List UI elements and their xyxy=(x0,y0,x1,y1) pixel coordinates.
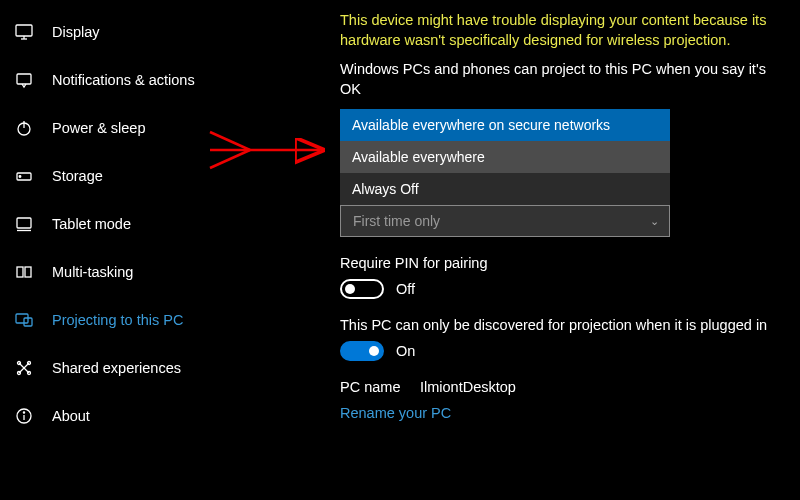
storage-icon xyxy=(14,166,34,186)
sidebar-item-display[interactable]: Display xyxy=(0,8,280,56)
sidebar-item-power[interactable]: Power & sleep xyxy=(0,104,280,152)
sidebar-item-multitasking[interactable]: Multi-tasking xyxy=(0,248,280,296)
rename-pc-link[interactable]: Rename your PC xyxy=(340,405,782,421)
chevron-down-icon: ⌄ xyxy=(650,215,659,228)
svg-rect-8 xyxy=(17,218,31,228)
dropdown-selected-value: First time only xyxy=(353,213,440,229)
notifications-icon xyxy=(14,70,34,90)
sidebar-item-tablet[interactable]: Tablet mode xyxy=(0,200,280,248)
dropdown-option-always-off[interactable]: Always Off xyxy=(340,173,670,205)
dropdown-option-label: Available everywhere on secure networks xyxy=(352,117,610,133)
display-icon xyxy=(14,22,34,42)
ask-to-project-dropdown[interactable]: First time only ⌄ xyxy=(340,205,670,237)
multitasking-icon xyxy=(14,262,34,282)
require-pin-state: Off xyxy=(396,281,415,297)
power-icon xyxy=(14,118,34,138)
pc-name-label: PC name xyxy=(340,379,420,395)
svg-rect-3 xyxy=(17,74,31,84)
sidebar-item-shared[interactable]: Shared experiences xyxy=(0,344,280,392)
dropdown-option-label: Available everywhere xyxy=(352,149,485,165)
sidebar-item-label: Multi-tasking xyxy=(52,264,133,280)
sidebar-item-label: About xyxy=(52,408,90,424)
discover-toggle[interactable] xyxy=(340,341,384,361)
sidebar-item-label: Projecting to this PC xyxy=(52,312,183,328)
dropdown-option-everywhere[interactable]: Available everywhere xyxy=(340,141,670,173)
sidebar-item-label: Power & sleep xyxy=(52,120,146,136)
pc-name-value: IlmiontDesktop xyxy=(420,379,516,395)
projection-permission-dropdown-expanded: Available everywhere on secure networks … xyxy=(340,109,670,205)
svg-point-22 xyxy=(23,412,24,413)
settings-sidebar: Display Notifications & actions Power & … xyxy=(0,0,280,500)
sidebar-item-about[interactable]: About xyxy=(0,392,280,440)
sidebar-item-notifications[interactable]: Notifications & actions xyxy=(0,56,280,104)
require-pin-label: Require PIN for pairing xyxy=(340,255,782,271)
sidebar-item-label: Storage xyxy=(52,168,103,184)
tablet-icon xyxy=(14,214,34,234)
sidebar-item-label: Notifications & actions xyxy=(52,72,195,88)
sidebar-item-storage[interactable]: Storage xyxy=(0,152,280,200)
projecting-icon xyxy=(14,310,34,330)
dropdown-option-label: Always Off xyxy=(352,181,419,197)
about-icon xyxy=(14,406,34,426)
sidebar-item-projecting[interactable]: Projecting to this PC xyxy=(0,296,280,344)
rename-pc-link-label: Rename your PC xyxy=(340,405,451,421)
svg-rect-11 xyxy=(25,267,31,277)
projection-permission-label: Windows PCs and phones can project to th… xyxy=(340,59,782,100)
require-pin-toggle[interactable] xyxy=(340,279,384,299)
dropdown-option-secure-networks[interactable]: Available everywhere on secure networks xyxy=(340,109,670,141)
hardware-warning: This device might have trouble displayin… xyxy=(340,10,782,51)
shared-icon xyxy=(14,358,34,378)
discover-state: On xyxy=(396,343,415,359)
discover-label: This PC can only be discovered for proje… xyxy=(340,317,782,333)
settings-content: This device might have trouble displayin… xyxy=(280,0,800,500)
sidebar-item-label: Shared experiences xyxy=(52,360,181,376)
svg-point-7 xyxy=(19,176,21,178)
svg-rect-0 xyxy=(16,25,32,36)
sidebar-item-label: Tablet mode xyxy=(52,216,131,232)
sidebar-item-label: Display xyxy=(52,24,100,40)
svg-rect-10 xyxy=(17,267,23,277)
